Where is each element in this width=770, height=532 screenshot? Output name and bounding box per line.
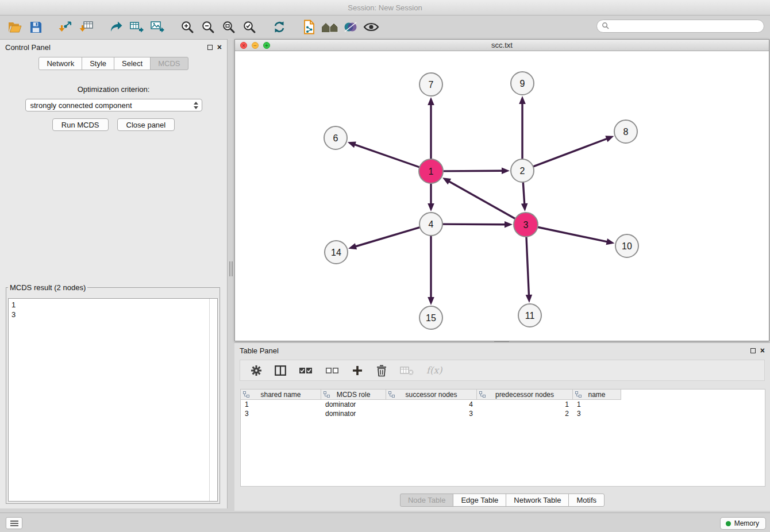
graph-node-11[interactable]: 11 <box>518 304 541 327</box>
minimize-window-icon[interactable]: − <box>252 42 259 49</box>
show-columns-icon[interactable] <box>275 365 286 376</box>
clone-network-icon[interactable] <box>106 17 126 37</box>
settings-icon[interactable] <box>251 365 262 376</box>
edge-3-11[interactable] <box>526 237 533 303</box>
graph-node-9[interactable]: 9 <box>511 72 534 95</box>
control-panel: Control Panel × NetworkStyleSelectMCDS O… <box>0 39 228 508</box>
column-header-name[interactable]: name <box>573 390 621 400</box>
graph-node-1[interactable]: 1 <box>419 159 443 183</box>
table-cell: 1 <box>573 400 621 409</box>
save-session-icon[interactable] <box>25 17 46 37</box>
select-stepper-icon <box>194 102 199 109</box>
graph-node-2[interactable]: 2 <box>511 159 534 182</box>
table-row[interactable]: 1dominator411 <box>241 400 765 409</box>
float-table-panel-icon[interactable] <box>750 348 756 353</box>
first-neighbors-icon[interactable] <box>319 17 340 37</box>
open-file-icon[interactable] <box>5 17 25 37</box>
close-panel-icon[interactable]: × <box>217 44 222 51</box>
graph-node-10[interactable]: 10 <box>615 234 638 257</box>
edge-1-2[interactable] <box>444 167 510 174</box>
table-tab-node-table[interactable]: Node Table <box>400 494 454 507</box>
task-history-button[interactable] <box>6 517 22 529</box>
zoom-in-icon[interactable] <box>177 17 198 37</box>
tab-network[interactable]: Network <box>38 57 82 70</box>
edge-1-7[interactable] <box>428 97 434 159</box>
svg-text:15: 15 <box>426 313 436 323</box>
node-table: shared nameMCDS rolesuccessor nodesprede… <box>240 389 765 487</box>
select-all-checks-icon[interactable] <box>299 367 313 375</box>
edge-4-3[interactable] <box>443 221 513 228</box>
graph-node-3[interactable]: 3 <box>514 213 538 237</box>
vertical-splitter-handle[interactable] <box>229 261 233 276</box>
run-mcds-button[interactable]: Run MCDS <box>52 118 109 131</box>
column-header-MCDS-role[interactable]: MCDS role <box>321 390 386 400</box>
export-image-icon[interactable] <box>147 17 168 37</box>
table-tab-network-table[interactable]: Network Table <box>506 494 569 507</box>
float-panel-icon[interactable] <box>207 45 213 50</box>
column-header-predecessor-nodes[interactable]: predecessor nodes <box>477 390 573 400</box>
optimization-criterion-select[interactable]: strongly connected component <box>25 99 202 111</box>
zoom-selected-icon[interactable] <box>239 17 260 37</box>
edge-2-8[interactable] <box>534 136 614 166</box>
apply-layout-icon[interactable] <box>269 17 290 37</box>
svg-text:1: 1 <box>429 167 434 176</box>
edge-1-6[interactable] <box>348 141 419 167</box>
optimization-criterion-value: strongly connected component <box>30 101 132 110</box>
search-input[interactable] <box>612 22 759 30</box>
delete-table-icon <box>400 365 414 376</box>
table-tab-edge-table[interactable]: Edge Table <box>453 494 506 507</box>
graph-node-4[interactable]: 4 <box>419 213 442 236</box>
memory-label: Memory <box>734 519 759 527</box>
export-network-document-icon[interactable] <box>299 17 319 37</box>
graph-node-6[interactable]: 6 <box>324 126 347 149</box>
zoom-out-icon[interactable] <box>198 17 218 37</box>
tab-mcds[interactable]: MCDS <box>150 57 188 70</box>
main-toolbar <box>0 16 770 38</box>
delete-row-icon[interactable] <box>376 364 387 377</box>
search-box[interactable] <box>596 20 764 33</box>
tab-select[interactable]: Select <box>114 57 151 70</box>
svg-text:4: 4 <box>429 219 434 229</box>
control-panel-tabs: NetworkStyleSelectMCDS <box>0 57 227 70</box>
close-panel-button[interactable]: Close panel <box>117 118 175 131</box>
mcds-result-title: MCDS result (2 nodes) <box>8 283 87 292</box>
edge-4-15[interactable] <box>428 236 434 305</box>
graph-node-14[interactable]: 14 <box>325 241 348 264</box>
export-table-icon[interactable] <box>126 17 147 37</box>
close-table-panel-icon[interactable]: × <box>760 347 765 354</box>
table-cell: 3 <box>241 409 321 418</box>
zoom-fit-icon[interactable] <box>218 17 239 37</box>
function-builder-icon: f(x) <box>426 365 442 376</box>
close-window-icon[interactable]: × <box>240 42 247 49</box>
edge-2-3[interactable] <box>521 183 528 211</box>
table-row[interactable]: 3dominator323 <box>241 409 765 418</box>
add-row-icon[interactable] <box>352 365 363 376</box>
edge-3-1[interactable] <box>442 178 515 218</box>
graph-node-7[interactable]: 7 <box>419 73 442 96</box>
table-tab-motifs[interactable]: Motifs <box>568 494 605 507</box>
network-canvas[interactable]: 7968124314101511 <box>235 51 769 341</box>
graph-node-8[interactable]: 8 <box>614 120 637 143</box>
table-cell: 3 <box>386 409 477 418</box>
maximize-window-icon[interactable]: + <box>263 42 270 49</box>
table-cell: 2 <box>477 409 573 418</box>
import-network-icon[interactable] <box>55 17 76 37</box>
svg-text:11: 11 <box>525 311 535 321</box>
edge-2-9[interactable] <box>519 96 526 159</box>
import-table-icon[interactable] <box>76 17 97 37</box>
edge-4-14[interactable] <box>348 228 419 249</box>
edge-1-4[interactable] <box>428 184 434 211</box>
graph-node-15[interactable]: 15 <box>419 306 442 329</box>
column-header-successor-nodes[interactable]: successor nodes <box>386 390 477 400</box>
column-header-shared-name[interactable]: shared name <box>241 390 321 400</box>
svg-text:7: 7 <box>429 80 434 90</box>
edge-3-10[interactable] <box>538 228 615 245</box>
show-hide-icon[interactable] <box>361 17 382 37</box>
memory-button[interactable]: Memory <box>720 517 766 530</box>
tab-style[interactable]: Style <box>82 57 114 70</box>
network-window-titlebar[interactable]: × − + scc.txt <box>235 40 769 51</box>
mcds-result-list[interactable]: 13 <box>8 298 218 502</box>
paint-style-icon[interactable] <box>340 17 361 37</box>
svg-text:10: 10 <box>622 241 632 251</box>
deselect-all-checks-icon[interactable] <box>325 367 339 375</box>
